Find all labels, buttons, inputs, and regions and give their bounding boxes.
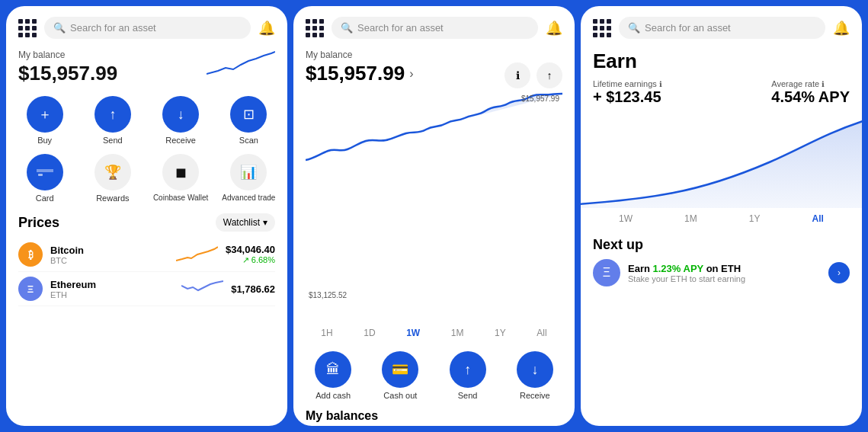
action-send[interactable]: ↑ Send xyxy=(80,96,145,145)
bell-icon-3[interactable]: 🔔 xyxy=(833,20,850,37)
earn-chart-svg xyxy=(581,117,862,208)
ethereum-info: Ethereum ETH xyxy=(50,279,174,299)
balance-amount-1: $15,957.99 xyxy=(18,62,117,85)
arrow-right-icon[interactable]: › xyxy=(828,262,850,283)
action-label-send: Send xyxy=(103,136,123,145)
chart-price-top: $15,957.99 xyxy=(521,94,559,103)
mini-chart-1 xyxy=(207,50,275,80)
search-placeholder-3: Search for an asset xyxy=(645,22,731,34)
action-receive-2[interactable]: ↓ Receive xyxy=(517,351,553,400)
action-rewards[interactable]: 🏆 Rewards xyxy=(80,154,145,203)
info-icon[interactable]: ℹ xyxy=(504,62,530,88)
earn-stats: Lifetime earnings ℹ + $123.45 Average ra… xyxy=(593,79,850,106)
chart-price-bottom: $13,125.52 xyxy=(309,291,347,299)
bell-icon-1[interactable]: 🔔 xyxy=(258,20,275,37)
search-placeholder-1: Search for an asset xyxy=(70,22,156,34)
lifetime-value: + $123.45 xyxy=(593,88,662,106)
action-send-2[interactable]: ↑ Send xyxy=(450,351,486,400)
action-receive[interactable]: ↓ Receive xyxy=(149,96,213,145)
screen-1: 🔍 Search for an asset 🔔 My balance $15,9… xyxy=(6,6,287,426)
action-label-wallet: Coinbase Wallet xyxy=(153,194,208,202)
receive-circle: ↓ xyxy=(162,96,199,133)
main-chart-area: $15,957.99 $13,125.52 xyxy=(293,88,575,322)
header-1: 🔍 Search for an asset 🔔 xyxy=(6,6,287,46)
action-label-buy: Buy xyxy=(37,136,52,145)
action-label-rewards: Rewards xyxy=(96,194,129,203)
time-btn-1d[interactable]: 1D xyxy=(359,325,380,341)
search-bar-2[interactable]: 🔍 Search for an asset xyxy=(332,17,538,39)
time-btn-all[interactable]: All xyxy=(532,325,551,341)
action-scan[interactable]: ⊡ Scan xyxy=(216,96,281,145)
time-btn-1w[interactable]: 1W xyxy=(402,325,424,341)
buy-circle: ＋ xyxy=(27,96,63,133)
action-buy[interactable]: ＋ Buy xyxy=(12,96,77,145)
send-circle: ↑ xyxy=(94,96,131,133)
ethereum-price-info: $1,786.62 xyxy=(231,283,275,295)
add-cash-circle: 🏛 xyxy=(315,351,351,388)
time-btn-1m[interactable]: 1M xyxy=(447,325,469,341)
earn-time-all[interactable]: All xyxy=(808,211,828,226)
earn-chart-area xyxy=(581,117,862,208)
svg-rect-2 xyxy=(38,174,43,176)
prices-section: Prices Watchlist ▾ ₿ Bitcoin BTC $34,046… xyxy=(6,207,287,309)
search-icon-3: 🔍 xyxy=(628,22,640,34)
ethereum-row[interactable]: Ξ Ethereum ETH $1,786.62 xyxy=(18,272,275,306)
next-up-section: Next up Ξ Earn 1.23% APY on ETH Stake yo… xyxy=(581,232,862,291)
s2-header-icons: ℹ ↑ xyxy=(504,62,562,88)
ethereum-ticker: ETH xyxy=(50,290,174,299)
bell-icon-2[interactable]: 🔔 xyxy=(546,20,562,37)
bitcoin-change: ↗ 6.68% xyxy=(226,255,275,265)
next-up-title: Next up xyxy=(593,237,850,253)
watchlist-button[interactable]: Watchlist ▾ xyxy=(216,213,275,232)
bitcoin-price-info: $34,046.40 ↗ 6.68% xyxy=(226,244,275,265)
action-label-add-cash: Add cash xyxy=(315,391,351,400)
rewards-circle: 🏆 xyxy=(94,154,131,190)
s2-action-row: 🏛 Add cash 💳 Cash out ↑ Send ↓ Receive xyxy=(293,347,575,405)
action-grid-1: ＋ Buy ↑ Send ↓ Receive ⊡ Scan xyxy=(6,91,287,149)
search-bar-3[interactable]: 🔍 Search for an asset xyxy=(619,17,825,39)
header-2: 🔍 Search for an asset 🔔 xyxy=(293,6,575,46)
search-bar-1[interactable]: 🔍 Search for an asset xyxy=(44,17,251,39)
earn-time-1y[interactable]: 1Y xyxy=(745,211,765,226)
screen-3: 🔍 Search for an asset 🔔 Earn Lifetime ea… xyxy=(581,6,862,426)
action-advanced-trade[interactable]: 📊 Advanced trade xyxy=(216,154,281,203)
action-label-card: Card xyxy=(36,194,54,203)
my-balances-title: My balances xyxy=(293,405,575,426)
action-grid-2: Card 🏆 Rewards ◼ Coinbase Wallet 📊 Advan… xyxy=(6,149,287,207)
bitcoin-row[interactable]: ₿ Bitcoin BTC $34,046.40 ↗ 6.68% xyxy=(18,238,275,272)
info-icon-rate: ℹ xyxy=(822,80,825,88)
grid-menu-icon[interactable] xyxy=(18,19,37,37)
earn-time-1w[interactable]: 1W xyxy=(614,211,637,226)
receive-circle-2: ↓ xyxy=(517,351,553,388)
s2-balance-label: My balance xyxy=(306,50,562,60)
action-card[interactable]: Card xyxy=(12,154,77,203)
next-up-primary: Earn 1.23% APY on ETH xyxy=(628,263,821,274)
avg-rate-value: 4.54% APY xyxy=(771,88,850,106)
next-up-text: Earn 1.23% APY on ETH Stake your ETH to … xyxy=(628,263,821,283)
s2-balance-amount: $15,957.99 xyxy=(306,62,405,85)
search-icon-2: 🔍 xyxy=(341,22,353,34)
screen-2: 🔍 Search for an asset 🔔 My balance $15,9… xyxy=(293,6,575,426)
time-btn-1h[interactable]: 1H xyxy=(316,325,337,341)
eth-earn-icon: Ξ xyxy=(593,259,620,286)
earn-time-1m[interactable]: 1M xyxy=(680,211,702,226)
screens-container: 🔍 Search for an asset 🔔 My balance $15,9… xyxy=(0,0,868,432)
ethereum-name: Ethereum xyxy=(50,279,174,290)
btc-mini-chart xyxy=(176,244,218,265)
prices-title: Prices xyxy=(18,215,59,231)
grid-menu-icon-3[interactable] xyxy=(593,19,611,37)
action-coinbase-wallet[interactable]: ◼ Coinbase Wallet xyxy=(149,154,213,203)
grid-menu-icon-2[interactable] xyxy=(306,19,324,37)
time-btn-1y[interactable]: 1Y xyxy=(490,325,511,341)
scan-circle: ⊡ xyxy=(230,96,267,133)
next-up-item[interactable]: Ξ Earn 1.23% APY on ETH Stake your ETH t… xyxy=(593,259,850,286)
header-3: 🔍 Search for an asset 🔔 xyxy=(581,6,862,46)
action-cash-out[interactable]: 💳 Cash out xyxy=(382,351,418,400)
eth-icon: Ξ xyxy=(18,277,43,301)
share-icon[interactable]: ↑ xyxy=(536,62,562,88)
next-up-secondary: Stake your ETH to start earning xyxy=(628,274,821,283)
watchlist-label: Watchlist xyxy=(223,217,260,228)
chevron-right-icon: › xyxy=(409,67,413,81)
lifetime-label: Lifetime earnings ℹ xyxy=(593,79,662,88)
action-add-cash[interactable]: 🏛 Add cash xyxy=(315,351,351,400)
